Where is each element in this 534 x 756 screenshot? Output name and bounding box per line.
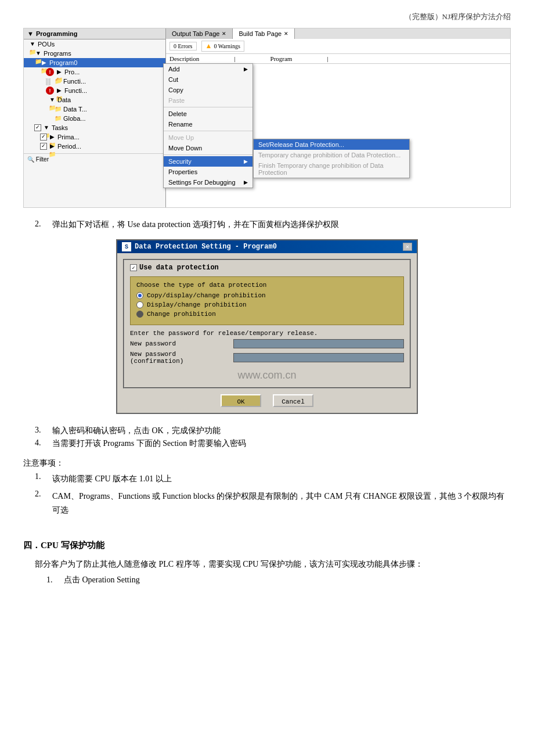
cm-separator1 bbox=[164, 107, 252, 107]
folder-icon: 📁 bbox=[54, 114, 62, 123]
context-menu: Add ▶ Cut Copy Paste Delete Rename Move … bbox=[163, 63, 253, 188]
sm-temp-change[interactable]: Temporary change prohibition of Data Pro… bbox=[254, 150, 409, 160]
submenu-arrow-debug: ▶ bbox=[244, 179, 248, 185]
choose-type-label: Choose the type of data protection bbox=[136, 282, 398, 289]
folder-icon: 📁 bbox=[54, 77, 62, 85]
step2-row: 2. 弹出如下对话框，将 Use data protection 选项打钩，并在… bbox=[23, 219, 511, 230]
security-submenu: Set/Release Data Protection... Temporary… bbox=[253, 139, 410, 178]
bottom-section: 四．CPU 写保护功能 部分客户为了防止其他人随意修改 PLC 程序等，需要实现… bbox=[23, 540, 511, 588]
note1-row: 1. 该功能需要 CPU 版本在 1.01 以上 bbox=[23, 472, 511, 486]
use-protection-checkbox[interactable]: ✓ bbox=[130, 264, 137, 271]
col-program: Program bbox=[270, 55, 293, 62]
dialog-close-button[interactable]: ✕ bbox=[403, 243, 412, 251]
inner-protection-group: Choose the type of data protection Copy/… bbox=[130, 276, 404, 325]
tree-panel: ▼ Programming ▼📁 POUs ▼📁 Programs ▶📁 Pro… bbox=[24, 28, 166, 207]
tree-item-program0[interactable]: ▶📁 Program0 bbox=[24, 58, 165, 67]
folder-icon: ▶📁 bbox=[48, 142, 56, 150]
cm-add[interactable]: Add ▶ bbox=[164, 64, 252, 74]
tree-item-programs[interactable]: ▼📁 Programs bbox=[24, 49, 165, 58]
dialog-wrapper: S Data Protection Setting - Program0 ✕ ✓… bbox=[23, 239, 511, 414]
tree-item-tasks[interactable]: ▼📁 Tasks bbox=[24, 123, 165, 132]
step3-num: 3. bbox=[35, 426, 52, 436]
tree-item-prima[interactable]: ▶📁 Prima... bbox=[24, 132, 165, 142]
filter-bar: 🔍 Filter bbox=[24, 153, 165, 165]
radio-copy-btn[interactable] bbox=[136, 292, 143, 299]
note2-row: 2. CAM、Programs、Functions 或 Function blo… bbox=[23, 489, 511, 517]
error-count: 0 Errors bbox=[174, 43, 193, 49]
confirm-password-row: New password (confirmation) bbox=[130, 351, 404, 365]
step2-section: 2. 弹出如下对话框，将 Use data protection 选项打钩，并在… bbox=[23, 219, 511, 230]
output-table-header: Description | Program | bbox=[166, 54, 510, 64]
checkbox-period[interactable] bbox=[40, 143, 47, 150]
radio-change-btn[interactable] bbox=[136, 311, 143, 318]
bottom-section-body: 部分客户为了防止其他人随意修改 PLC 程序等，需要实现 CPU 写保护功能，该… bbox=[23, 557, 511, 588]
cm-properties[interactable]: Properties bbox=[164, 167, 252, 177]
cm-security[interactable]: Security ▶ bbox=[164, 156, 252, 167]
folder-icon: ▼📁 bbox=[28, 40, 37, 48]
tree-item-period[interactable]: ▶📁 Period... bbox=[24, 142, 165, 151]
checkbox-tasks[interactable] bbox=[34, 124, 41, 131]
folder-icon: 📁 bbox=[54, 105, 62, 113]
steps-section: 3. 输入密码和确认密码，点击 OK，完成保护功能 4. 当需要打开该 Prog… bbox=[23, 426, 511, 449]
bottom-section-title: 四．CPU 写保护功能 bbox=[23, 540, 511, 551]
dialog-titlebar: S Data Protection Setting - Program0 ✕ bbox=[117, 240, 417, 253]
password-hint-row: Enter the password for release/temporary… bbox=[130, 330, 404, 337]
cm-copy[interactable]: Copy bbox=[164, 85, 252, 95]
error-icon: ! bbox=[46, 87, 54, 95]
ok-button[interactable]: OK bbox=[221, 394, 261, 407]
cancel-button[interactable]: Cancel bbox=[273, 394, 313, 407]
checkbox-prima[interactable] bbox=[40, 134, 47, 141]
new-password-input[interactable] bbox=[233, 339, 404, 348]
use-data-protection-group: ✓ Use data protection Choose the type of… bbox=[123, 259, 411, 388]
col-desc: Description bbox=[169, 55, 199, 62]
cm-settings-debug[interactable]: Settings For Debugging ▶ bbox=[164, 177, 252, 188]
spacer: ░ bbox=[46, 78, 54, 85]
tree-item-datat[interactable]: 📁 Data T... bbox=[24, 105, 165, 114]
radio-copy-label: Copy/display/change prohibition bbox=[147, 292, 266, 299]
submenu-arrow-security: ▶ bbox=[244, 159, 248, 164]
submenu-arrow: ▶ bbox=[244, 66, 248, 72]
bottom-intro: 部分客户为了防止其他人随意修改 PLC 程序等，需要实现 CPU 写保护功能，该… bbox=[35, 557, 511, 573]
tree-item-functi2[interactable]: ! ▶📁 Functi... bbox=[24, 86, 165, 95]
tree-item-globa[interactable]: 📁 Globa... bbox=[24, 114, 165, 123]
tab-output[interactable]: Output Tab Page ✕ bbox=[166, 28, 233, 39]
tab-close-build[interactable]: ✕ bbox=[284, 31, 288, 37]
note1-num: 1. bbox=[35, 472, 52, 486]
tree-item-data[interactable]: ▼📁 Data bbox=[24, 95, 165, 105]
cm-movedown[interactable]: Move Down bbox=[164, 143, 252, 153]
password-hint: Enter the password for release/temporary… bbox=[130, 330, 317, 337]
warning-badge: ▲ 0 Warnings bbox=[201, 41, 244, 52]
tab-bar: Output Tab Page ✕ Build Tab Page ✕ bbox=[166, 28, 510, 39]
radio-change-label: Change prohibition bbox=[147, 311, 216, 318]
group-legend: ✓ Use data protection bbox=[130, 264, 404, 272]
confirm-password-input[interactable] bbox=[233, 353, 404, 362]
sm-set-release[interactable]: Set/Release Data Protection... bbox=[254, 139, 409, 150]
tab-build[interactable]: Build Tab Page ✕ bbox=[233, 28, 295, 39]
dialog-body: ✓ Use data protection Choose the type of… bbox=[117, 253, 417, 413]
page-header: （完整版）NJ程序保护方法介绍 bbox=[23, 12, 511, 22]
warning-count: 0 Warnings bbox=[214, 43, 240, 49]
bottom-step1-text: 点击 Operation Setting bbox=[64, 573, 140, 588]
bottom-step1-num: 1. bbox=[46, 573, 64, 588]
new-password-label: New password bbox=[130, 340, 229, 347]
cm-paste[interactable]: Paste bbox=[164, 95, 252, 106]
folder-icon: ▼📁 bbox=[48, 96, 56, 104]
folder-icon: ▶📁 bbox=[40, 59, 48, 67]
folder-icon: ▶📁 bbox=[48, 133, 56, 141]
error-icon: ! bbox=[46, 68, 54, 76]
dialog-buttons: OK Cancel bbox=[123, 394, 411, 407]
cm-rename[interactable]: Rename bbox=[164, 119, 252, 129]
cm-separator2 bbox=[164, 131, 252, 131]
watermark: www.com.cn bbox=[130, 367, 404, 384]
tree-item-functi1[interactable]: ░ 📁 Functi... bbox=[24, 77, 165, 86]
radio-display-btn[interactable] bbox=[136, 301, 143, 308]
folder-icon: ▶📁 bbox=[55, 87, 63, 95]
sm-finish-temp[interactable]: Finish Temporary change prohibition of D… bbox=[254, 160, 409, 178]
radio-copy: Copy/display/change prohibition bbox=[136, 292, 398, 299]
cm-cut[interactable]: Cut bbox=[164, 74, 252, 85]
tree-item-pous[interactable]: ▼📁 POUs bbox=[24, 39, 165, 49]
cm-delete[interactable]: Delete bbox=[164, 109, 252, 119]
tab-close-output[interactable]: ✕ bbox=[222, 31, 226, 37]
step3-text: 输入密码和确认密码，点击 OK，完成保护功能 bbox=[52, 426, 221, 436]
cm-moveup[interactable]: Move Up bbox=[164, 132, 252, 143]
